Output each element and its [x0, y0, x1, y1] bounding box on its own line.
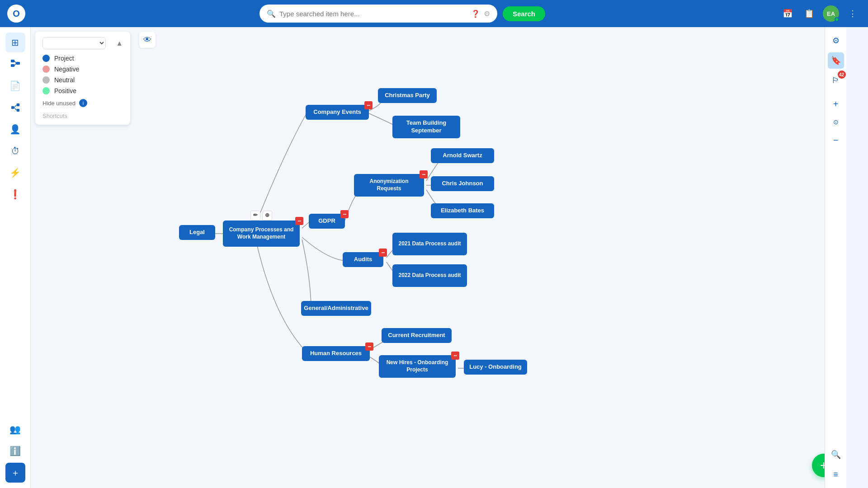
flag-button-wrapper: 🏳 42	[828, 72, 844, 89]
node-legal[interactable]: Legal	[179, 225, 215, 240]
legend-project: Project	[42, 55, 123, 62]
node-lucy[interactable]: Lucy - Onboarding	[464, 360, 527, 375]
logo-letter: O	[13, 9, 20, 19]
node-christmas-party[interactable]: Christmas Party	[378, 88, 437, 103]
node-hr-collapse[interactable]: −	[365, 343, 373, 351]
notification-badge: 42	[838, 70, 846, 79]
sidebar-item-info[interactable]: ℹ️	[5, 441, 25, 461]
sidebar-item-add[interactable]: ＋	[5, 463, 25, 483]
mindmap-canvas: 👁 ⚙ 🔖 🏳 42 + ⊙ − 🔍 ≡ ▲ Project	[31, 27, 846, 488]
legend-label-neutral: Neutral	[54, 76, 75, 84]
legend-panel: ▲ Project Negative Neutral Positive Hide…	[35, 32, 130, 125]
svg-rect-5	[11, 106, 14, 109]
shortcuts-label: Shortcuts	[42, 113, 123, 119]
node-human-resources[interactable]: Human Resources −	[302, 346, 370, 361]
node-edit-icons: ✏ ⊕	[250, 211, 272, 221]
filter-icon[interactable]: ⚙	[484, 9, 490, 18]
search-input[interactable]	[279, 10, 467, 18]
legend-dot-negative	[42, 66, 50, 73]
node-general-admin[interactable]: General/Administrative	[301, 301, 371, 316]
help-icon[interactable]: ❓	[471, 9, 480, 18]
node-arnold[interactable]: Arnold Swartz	[431, 148, 494, 163]
right-panel: ⚙ 🔖 🏳 42 + ⊙ − 🔍 ≡	[825, 27, 846, 488]
zoom-out-button[interactable]: −	[828, 132, 844, 148]
svg-line-8	[14, 105, 17, 108]
bookmark-button[interactable]: 🔖	[828, 52, 844, 69]
edit-icon[interactable]: ✏	[250, 211, 260, 221]
sidebar-item-alert[interactable]: ❗	[5, 184, 25, 204]
svg-rect-6	[17, 103, 19, 106]
svg-line-4	[14, 63, 16, 66]
node-audit-2022[interactable]: 2022 Data Process audit	[392, 264, 467, 287]
left-sidebar: ⊞ 📄 👤 ⏱ ⚡ ❗ 👥 ℹ️ ＋	[0, 27, 31, 488]
avatar[interactable]: EA	[823, 5, 839, 22]
sidebar-item-dashboard[interactable]: ⊞	[5, 33, 25, 52]
node-events-collapse[interactable]: −	[364, 101, 373, 109]
settings-button[interactable]: ⚙	[828, 33, 844, 49]
legend-select[interactable]	[42, 37, 106, 49]
node-gdpr[interactable]: GDPR −	[309, 214, 345, 229]
node-current-recruitment[interactable]: Current Recruitment	[382, 328, 452, 343]
top-navigation: O 🔍 ❓ ⚙ Search 📅 📋 EA ⋮	[0, 0, 868, 27]
zoom-in-button[interactable]: +	[828, 96, 844, 112]
search-icon: 🔍	[267, 9, 276, 18]
sidebar-item-org[interactable]	[5, 98, 25, 117]
clipboard-button[interactable]: 📋	[801, 5, 817, 22]
node-new-hires[interactable]: New Hires - Onboarding Projects −	[379, 355, 456, 378]
legend-dot-neutral	[42, 76, 50, 84]
legend-header: ▲	[42, 37, 123, 49]
node-anonymization[interactable]: Anonymization Requests −	[354, 174, 424, 197]
calendar-button[interactable]: 📅	[779, 5, 796, 22]
legend-info-button[interactable]: i	[79, 99, 87, 107]
online-indicator	[835, 17, 839, 22]
node-audits-collapse[interactable]: −	[379, 249, 387, 257]
search-button[interactable]: Search	[503, 6, 545, 21]
hide-unused-label: Hide unused	[42, 100, 75, 107]
sidebar-item-people[interactable]: 👥	[5, 419, 25, 439]
more-menu-button[interactable]: ⋮	[844, 5, 861, 22]
sidebar-item-person[interactable]: 👤	[5, 119, 25, 139]
node-company-events[interactable]: Company Events −	[306, 105, 369, 120]
mindmap-connections	[31, 27, 846, 488]
eye-button[interactable]: 👁	[139, 32, 156, 48]
user-search-button[interactable]: 🔍	[828, 446, 844, 463]
legend-label-positive: Positive	[54, 87, 76, 94]
svg-rect-2	[16, 62, 20, 65]
node-audits[interactable]: Audits −	[343, 252, 383, 267]
filter-list-button[interactable]: ≡	[828, 466, 844, 483]
svg-rect-1	[11, 64, 14, 67]
search-bar: 🔍 ❓ ⚙	[259, 5, 497, 23]
node-central-collapse[interactable]: −	[295, 217, 303, 225]
svg-line-9	[14, 108, 17, 110]
legend-dot-project	[42, 55, 50, 62]
sidebar-item-hierarchy[interactable]	[5, 54, 25, 74]
sidebar-item-timer[interactable]: ⏱	[5, 141, 25, 161]
node-team-building[interactable]: Team Building September	[392, 116, 460, 138]
node-central[interactable]: ✏ ⊕ Company Processes and Work Managemen…	[223, 221, 300, 247]
node-elizabeth[interactable]: Elizabeth Bates	[431, 203, 494, 218]
legend-hide-unused[interactable]: Hide unused i	[42, 99, 123, 107]
legend-negative: Negative	[42, 66, 123, 73]
logo[interactable]: O	[7, 5, 25, 23]
legend-collapse-button[interactable]: ▲	[116, 39, 123, 47]
legend-neutral: Neutral	[42, 76, 123, 84]
node-anon-collapse[interactable]: −	[420, 170, 428, 178]
legend-label-negative: Negative	[54, 66, 79, 73]
legend-positive: Positive	[42, 87, 123, 94]
add-child-icon[interactable]: ⊕	[262, 211, 272, 221]
reset-zoom-button[interactable]: ⊙	[828, 114, 844, 130]
node-chris[interactable]: Chris Johnson	[431, 176, 494, 191]
node-newhires-collapse[interactable]: −	[451, 352, 459, 360]
node-audit-2021[interactable]: 2021 Data Process audit	[392, 233, 467, 255]
sidebar-item-lightning[interactable]: ⚡	[5, 163, 25, 183]
svg-rect-7	[17, 109, 19, 112]
svg-line-3	[14, 61, 16, 63]
legend-label-project: Project	[54, 55, 74, 62]
node-gdpr-collapse[interactable]: −	[340, 210, 349, 218]
legend-dot-positive	[42, 87, 50, 94]
sidebar-item-list[interactable]: 📄	[5, 76, 25, 96]
zoom-controls: + ⊙ −	[828, 96, 844, 148]
svg-rect-0	[11, 60, 14, 62]
